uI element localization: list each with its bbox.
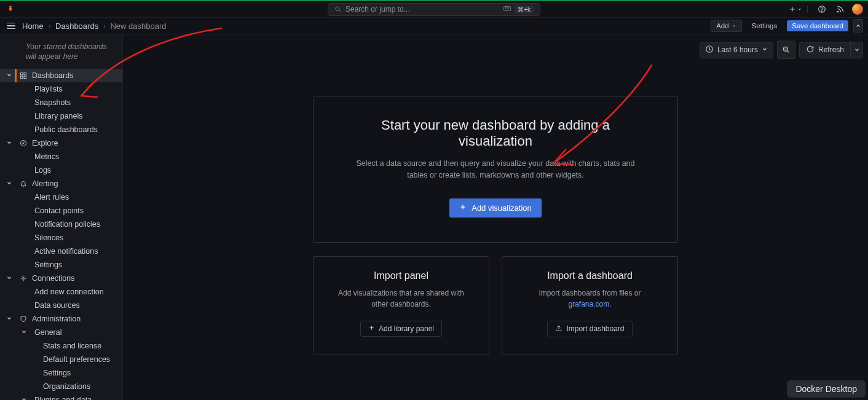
collapse-toolbar-button[interactable]: [853, 19, 863, 33]
main-canvas: Last 6 hours Refresh Start your new dash…: [123, 34, 868, 400]
add-menu-button[interactable]: Add: [711, 20, 741, 32]
start-visualization-card: Start your new dashboard by adding a vis…: [313, 96, 678, 243]
sidebar-item-logs[interactable]: Logs: [0, 163, 122, 177]
svg-rect-13: [21, 76, 23, 79]
svg-line-21: [787, 51, 789, 53]
sidebar-item-contact-points[interactable]: Contact points: [0, 204, 122, 218]
sidebar-item-notification-policies[interactable]: Notification policies: [0, 218, 122, 231]
sidebar-item-administration[interactable]: Administration: [0, 312, 122, 326]
search-placeholder: Search or jump to...: [345, 5, 410, 14]
svg-point-15: [21, 141, 26, 146]
chevron-down-icon: [6, 139, 12, 147]
chevron-down-icon: [6, 274, 12, 283]
grafana-logo-icon[interactable]: [5, 4, 16, 15]
global-search-input[interactable]: Search or jump to... ⌘+k: [328, 3, 540, 16]
sidebar-item-connections[interactable]: Connections: [0, 272, 122, 285]
sidebar: Your starred dashboards will appear here…: [0, 34, 123, 400]
refresh-icon: [806, 45, 815, 55]
user-avatar[interactable]: [852, 4, 863, 15]
zoom-out-button[interactable]: [777, 41, 795, 59]
dashboard-settings-button[interactable]: Settings: [747, 20, 783, 31]
sidebar-item-alert-rules[interactable]: Alert rules: [0, 190, 122, 204]
svg-point-0: [336, 7, 339, 10]
clock-icon: [705, 45, 714, 55]
chevron-down-icon: [6, 71, 12, 80]
sidebar-item-snapshots[interactable]: Snapshots: [0, 96, 122, 109]
menu-toggle-icon[interactable]: [5, 20, 17, 32]
breadcrumb-current: New dashboard: [110, 22, 166, 31]
starred-empty-note: Your starred dashboards will appear here: [0, 34, 122, 69]
svg-point-9: [822, 10, 823, 11]
refresh-interval-dropdown[interactable]: [850, 42, 862, 58]
help-icon[interactable]: [815, 2, 829, 16]
svg-line-1: [339, 10, 341, 12]
compass-icon: [20, 139, 28, 147]
svg-rect-2: [504, 7, 511, 11]
svg-rect-11: [21, 73, 23, 76]
sidebar-item-alerting-settings[interactable]: Settings: [0, 258, 122, 272]
keyboard-shortcut-icon: [503, 5, 511, 14]
sidebar-item-admin-settings[interactable]: Settings: [0, 366, 122, 380]
breadcrumb-dashboards[interactable]: Dashboards: [55, 22, 98, 31]
save-dashboard-button[interactable]: Save dashboard: [787, 20, 848, 31]
dashboards-icon: [20, 72, 28, 79]
bell-icon: [20, 180, 28, 187]
create-menu-button[interactable]: [789, 6, 808, 13]
import-dashboard-subtitle: Import dashboards from files or grafana.…: [518, 288, 661, 310]
svg-rect-12: [24, 73, 26, 76]
sidebar-item-alerting[interactable]: Alerting: [0, 177, 122, 190]
svg-rect-14: [24, 76, 26, 79]
time-range-picker[interactable]: Last 6 hours: [700, 42, 773, 58]
breadcrumb-home[interactable]: Home: [22, 22, 44, 31]
sidebar-item-organizations[interactable]: Organizations: [0, 380, 122, 393]
svg-marker-16: [23, 143, 25, 144]
import-panel-card: Import panel Add visualizations that are…: [313, 256, 489, 355]
plus-icon: [368, 324, 375, 333]
sidebar-item-public-dashboards[interactable]: Public dashboards: [0, 123, 122, 136]
import-panel-subtitle: Add visualizations that are shared with …: [329, 288, 473, 310]
sidebar-item-data-sources[interactable]: Data sources: [0, 299, 122, 312]
import-dashboard-button[interactable]: Import dashboard: [547, 321, 632, 337]
import-dashboard-card: Import a dashboard Import dashboards fro…: [502, 256, 678, 355]
chevron-down-icon: [762, 45, 768, 54]
shortcut-badge: ⌘+k: [515, 6, 534, 14]
sidebar-item-dashboards[interactable]: Dashboards: [0, 69, 122, 82]
start-title: Start your new dashboard by adding a vis…: [344, 117, 647, 149]
chevron-right-icon: ›: [49, 23, 50, 29]
sidebar-item-silences[interactable]: Silences: [0, 231, 122, 245]
sidebar-item-stats-license[interactable]: Stats and license: [0, 339, 122, 353]
svg-point-17: [23, 278, 25, 280]
sidebar-item-default-preferences[interactable]: Default preferences: [0, 353, 122, 366]
refresh-button[interactable]: Refresh: [800, 42, 850, 58]
time-range-label: Last 6 hours: [717, 45, 758, 54]
sidebar-item-explore[interactable]: Explore: [0, 136, 122, 150]
sidebar-item-library-panels[interactable]: Library panels: [0, 109, 122, 123]
shield-icon: [20, 315, 28, 323]
sidebar-item-add-connection[interactable]: Add new connection: [0, 285, 122, 299]
sidebar-item-playlists[interactable]: Playlists: [0, 82, 122, 96]
news-icon[interactable]: [834, 2, 847, 16]
start-subtitle: Select a data source and then query and …: [348, 158, 643, 181]
chevron-down-icon: [21, 396, 27, 400]
search-icon: [334, 6, 342, 13]
chevron-right-icon: ›: [103, 23, 105, 29]
grafana-com-link[interactable]: grafana.com: [568, 300, 609, 308]
add-visualization-button[interactable]: Add visualization: [449, 198, 542, 218]
svg-rect-4: [507, 8, 507, 9]
import-dashboard-title: Import a dashboard: [518, 270, 661, 281]
docker-desktop-badge: Docker Desktop: [787, 380, 866, 398]
plus-icon: [459, 203, 467, 213]
sidebar-item-plugins-data[interactable]: Plugins and data: [0, 393, 122, 400]
upload-icon: [555, 324, 562, 334]
add-library-panel-button[interactable]: Add library panel: [360, 321, 442, 337]
sidebar-item-general[interactable]: General: [0, 326, 122, 339]
svg-point-10: [837, 11, 838, 12]
chevron-down-icon: [21, 328, 27, 337]
chevron-down-icon: [6, 179, 12, 188]
sidebar-item-active-notifications[interactable]: Active notifications: [0, 245, 122, 258]
import-panel-title: Import panel: [329, 270, 473, 281]
svg-rect-3: [505, 8, 506, 9]
svg-rect-5: [508, 8, 509, 9]
plug-icon: [20, 275, 28, 282]
sidebar-item-metrics[interactable]: Metrics: [0, 150, 122, 163]
